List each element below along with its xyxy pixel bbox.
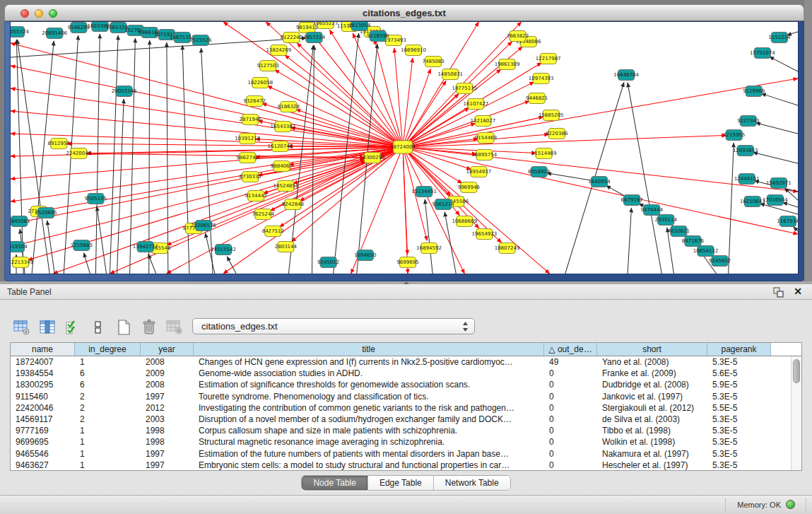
- network-node[interactable]: 14850831: [437, 69, 463, 80]
- select-rows-icon[interactable]: [64, 319, 82, 336]
- table-cell[interactable]: 0: [544, 391, 597, 402]
- network-edge[interactable]: [167, 42, 168, 274]
- network-edge[interactable]: [84, 253, 90, 274]
- network-node[interactable]: 9129966: [743, 86, 765, 97]
- network-node[interactable]: 9227343: [737, 116, 759, 127]
- table-cell[interactable]: 5.3E-5: [707, 391, 771, 402]
- table-cell[interactable]: Dudbridge et al. (2008): [597, 379, 707, 390]
- tab-edge-table[interactable]: Edge Table: [368, 476, 434, 490]
- network-edge[interactable]: [285, 55, 403, 147]
- network-node[interactable]: 8186328: [278, 102, 300, 112]
- network-node[interactable]: 18807249: [495, 243, 520, 254]
- table-cell[interactable]: 18724007: [11, 356, 75, 368]
- network-node[interactable]: 9474444: [641, 205, 664, 216]
- table-cell[interactable]: 1: [75, 356, 141, 368]
- table-cell[interactable]: Estimation of significance thresholds fo…: [194, 379, 544, 390]
- network-node[interactable]: 18724007: [390, 141, 416, 153]
- network-node[interactable]: 11514469: [531, 148, 557, 159]
- table-cell[interactable]: 5.6E-5: [707, 368, 771, 379]
- network-node[interactable]: 2520695: [35, 208, 57, 218]
- table-cell[interactable]: 22420046: [11, 402, 75, 414]
- network-node[interactable]: 17016504: [763, 195, 788, 206]
- network-edge[interactable]: [755, 123, 798, 134]
- table-mode-icon[interactable]: [13, 319, 31, 336]
- scrollbar-thumb[interactable]: [793, 359, 800, 383]
- show-columns-icon[interactable]: [38, 319, 57, 336]
- network-edge[interactable]: [130, 38, 136, 274]
- network-node[interactable]: 1167534: [777, 216, 798, 227]
- table-cell[interactable]: 9463627: [11, 460, 75, 471]
- network-node[interactable]: 1694650: [354, 250, 376, 261]
- table-cell[interactable]: 0: [544, 402, 597, 414]
- network-edge[interactable]: [148, 254, 156, 274]
- table-cell[interactable]: Yano et al. (2008): [597, 356, 707, 368]
- network-edge[interactable]: [288, 45, 313, 274]
- table-cell[interactable]: 2003: [141, 414, 194, 425]
- network-edge[interactable]: [729, 143, 734, 274]
- table-cell[interactable]: Embryonic stem cells: a model to study s…: [194, 460, 544, 471]
- network-node[interactable]: 9242848: [282, 199, 304, 210]
- network-node[interactable]: 9127503: [257, 61, 279, 71]
- network-node[interactable]: 20891406: [42, 28, 67, 39]
- table-cell[interactable]: Wolkin et al. (1998): [597, 436, 707, 448]
- table-cell[interactable]: Disruption of a novel member of a sodium…: [194, 414, 544, 425]
- network-node[interactable]: 8813054: [348, 22, 371, 31]
- network-node[interactable]: 12213349: [11, 257, 33, 268]
- table-cell[interactable]: Jankovic et al. (1997): [597, 391, 707, 402]
- column-header-year[interactable]: year: [141, 343, 194, 356]
- network-node[interactable]: 6879197: [621, 195, 643, 206]
- network-window-titlebar[interactable]: citations_edges.txt: [4, 4, 804, 21]
- table-cell[interactable]: Stergiakouli et al. (2012): [597, 402, 707, 414]
- table-cell[interactable]: Hescheler et al. (1997): [597, 460, 707, 471]
- table-row[interactable]: 2242004622012Investigating the contribut…: [11, 402, 801, 414]
- network-node[interactable]: 1215683: [71, 240, 93, 251]
- network-edge[interactable]: [794, 227, 798, 231]
- column-header-title[interactable]: title: [194, 343, 544, 356]
- table-row[interactable]: 1938455462009Genome-wide association stu…: [11, 368, 801, 379]
- table-cell[interactable]: 2008: [141, 379, 194, 390]
- table-cell[interactable]: Structural magnetic resonance image aver…: [194, 436, 544, 448]
- table-row[interactable]: 946554611997Estimation of the future num…: [11, 448, 801, 460]
- network-node[interactable]: 2871946: [240, 115, 262, 125]
- network-node[interactable]: 3919304: [11, 242, 28, 252]
- network-node[interactable]: 18775135: [452, 83, 477, 94]
- network-edge[interactable]: [182, 45, 189, 274]
- network-node[interactable]: 7663822: [507, 31, 529, 42]
- table-cell[interactable]: 0: [544, 436, 597, 448]
- table-row[interactable]: 1872400712008Changes of HCN gene express…: [11, 356, 801, 368]
- network-node[interactable]: 1151234: [768, 33, 791, 43]
- table-row[interactable]: 977716911998Corpus callosum shape and si…: [11, 425, 801, 436]
- table-cell[interactable]: 2009: [141, 368, 194, 379]
- network-node[interactable]: 9328472: [244, 96, 266, 107]
- table-cell[interactable]: 0: [544, 448, 597, 460]
- tab-network-table[interactable]: Network Table: [434, 476, 510, 490]
- network-node[interactable]: 8215955: [723, 130, 745, 141]
- network-edge[interactable]: [97, 206, 107, 274]
- table-cell[interactable]: 1: [75, 436, 141, 448]
- network-node[interactable]: 14055724: [11, 27, 29, 37]
- network-node[interactable]: 8427512: [262, 226, 284, 237]
- table-cell[interactable]: Changes of HCN gene expression and I(f) …: [194, 356, 544, 368]
- network-edge[interactable]: [329, 30, 403, 147]
- network-node[interactable]: 9884067: [271, 161, 293, 172]
- table-cell[interactable]: 2: [75, 402, 141, 414]
- table-cell[interactable]: 6: [75, 379, 141, 390]
- network-node[interactable]: 12093853: [733, 146, 758, 156]
- table-cell[interactable]: Tibbo et al. (1998): [597, 425, 707, 436]
- table-cell[interactable]: Investigating the contribution of common…: [194, 402, 544, 414]
- network-edge[interactable]: [403, 147, 408, 274]
- table-selector-dropdown[interactable]: citations_edges.txt: [192, 318, 475, 334]
- network-edge[interactable]: [250, 159, 365, 177]
- network-edge[interactable]: [375, 40, 403, 147]
- network-node[interactable]: 9218596: [367, 31, 389, 42]
- column-header-pagerank[interactable]: pagerank: [707, 343, 771, 356]
- network-node[interactable]: 9245012: [317, 257, 339, 268]
- table-cell[interactable]: Estimation of the future numbers of pati…: [194, 448, 544, 460]
- table-cell[interactable]: 18300295: [11, 379, 75, 390]
- table-cell[interactable]: Nakamura et al. (1997): [597, 448, 707, 460]
- table-row[interactable]: 969969511998Structural magnetic resonanc…: [11, 436, 801, 448]
- network-node[interactable]: 9699695: [396, 257, 418, 268]
- table-cell[interactable]: 2: [75, 391, 141, 402]
- network-edge[interactable]: [110, 35, 119, 274]
- network-node[interactable]: 9862742: [237, 153, 259, 163]
